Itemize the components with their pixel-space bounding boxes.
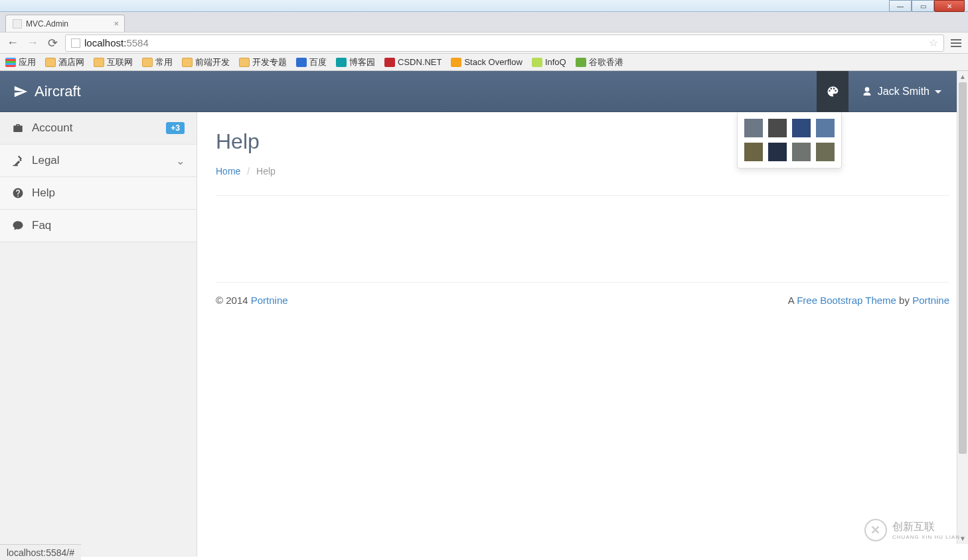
browser-statusbar: localhost:5584/# — [0, 544, 81, 560]
chevron-down-icon: ⌄ — [176, 155, 185, 167]
briefcase-icon — [12, 122, 24, 134]
sidebar-item-legal[interactable]: Legal ⌄ — [0, 145, 197, 177]
scrollbar-thumb[interactable] — [959, 82, 967, 454]
comment-icon — [12, 220, 24, 232]
theme-swatch[interactable] — [744, 119, 763, 137]
user-name: Jack Smith — [878, 86, 929, 98]
bookmark-label: 应用 — [19, 56, 36, 68]
bookmark-label: 互联网 — [107, 56, 133, 68]
bookmark-label: 开发专题 — [252, 56, 287, 68]
address-bar[interactable]: localhost:5584 ☆ — [65, 35, 944, 52]
bookmark-label: 常用 — [155, 56, 173, 68]
browser-tab[interactable]: MVC.Admin × — [5, 15, 125, 32]
app-navbar: Aircraft Jack Smith — [0, 71, 968, 112]
breadcrumb: Home / Help — [216, 166, 949, 196]
folder-icon — [142, 58, 153, 67]
bookmark-item[interactable]: Stack Overflow — [451, 57, 522, 67]
footer-copyright: © 2014 — [216, 295, 251, 306]
account-badge: +3 — [166, 122, 185, 134]
bookmark-label: Stack Overflow — [464, 57, 522, 67]
bookmark-item[interactable]: 百度 — [296, 56, 327, 68]
browser-toolbar: ← → ⟳ localhost:5584 ☆ — [0, 32, 968, 54]
sidebar-item-faq[interactable]: Faq — [0, 210, 197, 242]
bookmark-label: InfoQ — [545, 57, 566, 67]
palette-icon — [826, 85, 839, 98]
window-titlebar: — ▭ ✕ — [0, 0, 968, 12]
paper-plane-icon — [13, 84, 28, 99]
watermark: ✕ 创新互联 CHUANG XIN HU LIAN — [864, 519, 960, 541]
reload-button[interactable]: ⟳ — [45, 36, 60, 50]
tab-close-icon[interactable]: × — [114, 19, 119, 29]
bookmark-item[interactable]: CSDN.NET — [384, 57, 442, 67]
bookmark-label: 百度 — [309, 56, 327, 68]
watermark-logo-icon: ✕ — [864, 519, 887, 541]
footer-portnine-link[interactable]: Portnine — [251, 295, 288, 306]
theme-swatch[interactable] — [792, 143, 811, 161]
footer-right-prefix: A — [788, 295, 797, 306]
tab-title: MVC.Admin — [26, 19, 68, 29]
folder-icon — [94, 58, 104, 67]
brand[interactable]: Aircraft — [13, 83, 81, 100]
footer-portnine-link-2[interactable]: Portnine — [912, 295, 949, 306]
forward-button[interactable]: → — [25, 36, 40, 50]
theme-swatch[interactable] — [768, 119, 787, 137]
bookmark-label: 前端开发 — [195, 56, 230, 68]
footer: © 2014 Portnine A Free Bootstrap Theme b… — [216, 282, 949, 306]
sidebar-item-label: Legal — [32, 154, 60, 167]
favicon-icon — [384, 58, 395, 67]
sidebar-item-help[interactable]: Help — [0, 177, 197, 210]
favicon-icon — [532, 58, 542, 67]
scroll-up-icon[interactable]: ▲ — [957, 71, 968, 82]
bookmark-item[interactable]: 博客园 — [336, 56, 375, 68]
folder-icon — [45, 58, 56, 67]
site-info-icon[interactable] — [71, 38, 80, 48]
theme-swatch[interactable] — [816, 119, 835, 137]
back-button[interactable]: ← — [5, 36, 20, 50]
theme-swatch[interactable] — [768, 143, 787, 161]
footer-theme-link[interactable]: Free Bootstrap Theme — [797, 295, 896, 306]
breadcrumb-separator: / — [247, 166, 250, 176]
theme-color-popover — [737, 112, 842, 169]
url-host: localhost: — [84, 37, 126, 48]
vertical-scrollbar[interactable]: ▲ ▼ — [957, 71, 968, 544]
favicon-icon — [336, 58, 347, 67]
favicon-icon — [296, 58, 307, 67]
bookmark-item[interactable]: 谷歌香港 — [576, 56, 623, 68]
bookmark-item[interactable]: InfoQ — [532, 57, 566, 67]
theme-swatch[interactable] — [792, 119, 811, 137]
sidebar-item-account[interactable]: Account +3 — [0, 112, 197, 145]
chrome-menu-button[interactable] — [949, 39, 963, 47]
bookmark-item[interactable]: 互联网 — [94, 56, 133, 68]
sidebar-item-label: Account — [32, 121, 72, 135]
brand-label: Aircraft — [35, 83, 81, 100]
favicon-icon — [576, 58, 586, 67]
bookmark-item[interactable]: 开发专题 — [239, 56, 287, 68]
theme-picker-button[interactable] — [817, 71, 848, 112]
bookmark-label: 博客园 — [349, 56, 375, 68]
bookmarks-bar: 应用酒店网互联网常用前端开发开发专题百度博客园CSDN.NETStack Ove… — [0, 54, 968, 71]
watermark-text: 创新互联 — [892, 520, 960, 534]
bookmark-item[interactable]: 酒店网 — [45, 56, 84, 68]
bookmark-item[interactable]: 常用 — [142, 56, 173, 68]
window-close-button[interactable]: ✕ — [934, 0, 965, 12]
sidebar-item-label: Help — [32, 186, 55, 200]
folder-icon — [182, 58, 193, 67]
gavel-icon — [12, 155, 24, 167]
tab-favicon — [13, 19, 22, 29]
theme-swatch[interactable] — [816, 143, 835, 161]
bookmark-star-icon[interactable]: ☆ — [929, 36, 938, 49]
user-menu[interactable]: Jack Smith — [848, 71, 955, 112]
theme-swatch[interactable] — [744, 143, 763, 161]
url-port: 5584 — [126, 37, 148, 48]
bookmark-label: CSDN.NET — [398, 57, 442, 67]
window-maximize-button[interactable]: ▭ — [912, 0, 934, 12]
bookmark-label: 谷歌香港 — [589, 56, 623, 68]
status-url: localhost:5584/# — [7, 547, 74, 558]
breadcrumb-home-link[interactable]: Home — [216, 166, 240, 176]
sidebar-item-label: Faq — [32, 219, 51, 232]
bookmark-item[interactable]: 前端开发 — [182, 56, 230, 68]
browser-tabstrip: MVC.Admin × — [0, 12, 968, 32]
favicon-icon — [5, 58, 16, 67]
window-minimize-button[interactable]: — — [889, 0, 912, 12]
bookmark-item[interactable]: 应用 — [5, 56, 36, 68]
